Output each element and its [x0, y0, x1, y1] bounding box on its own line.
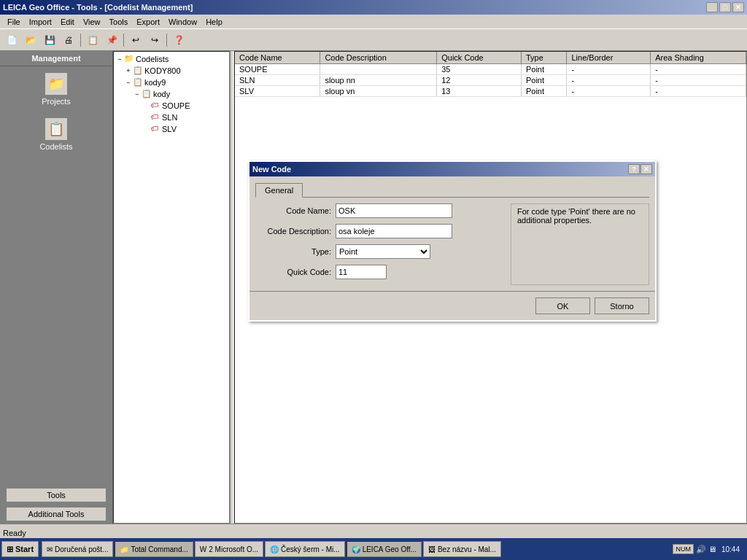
toolbar-print-button[interactable]: 🖨: [60, 32, 77, 48]
table-cell: 35: [437, 64, 522, 75]
taskbar-leica[interactable]: 🌍 LEICA Geo Off...: [347, 541, 422, 557]
sidebar-item-projects[interactable]: 📁 Projects: [0, 66, 112, 112]
toolbar-back-button[interactable]: ↩: [127, 32, 144, 48]
table-row[interactable]: SLVsloup vn13Point--: [235, 86, 746, 97]
info-panel: For code type 'Point' there are no addit…: [511, 203, 649, 285]
network-icon: 🖥: [708, 545, 716, 553]
taskbar-word-label: 2 Microsoft O...: [209, 545, 258, 553]
col-type[interactable]: Type: [521, 52, 567, 64]
sidebar-title: Management: [0, 51, 112, 66]
additional-tools-button[interactable]: Additional Tools: [6, 507, 107, 521]
spacer: [142, 101, 150, 110]
menu-help[interactable]: Help: [201, 16, 227, 28]
toolbar-save-button[interactable]: 💾: [41, 32, 58, 48]
tree-node-kody9[interactable]: − 📋 kody9: [124, 77, 228, 88]
toolbar-separator-1: [80, 34, 81, 47]
data-table: Code Name Code Description Quick Code Ty…: [235, 52, 746, 97]
tools-button[interactable]: Tools: [6, 488, 107, 502]
code-name-input[interactable]: [336, 203, 452, 218]
mail-icon: ✉: [47, 545, 53, 553]
menu-window[interactable]: Window: [164, 16, 201, 28]
title-bar-buttons[interactable]: _ □ ✕: [706, 2, 744, 12]
volume-icon: 🔊: [696, 545, 706, 554]
restore-button[interactable]: □: [719, 2, 731, 12]
dialog-content: Code Name: Code Description: Type: Point…: [255, 203, 649, 285]
dialog-help-button[interactable]: ?: [628, 164, 640, 174]
table-cell: sloup nn: [320, 75, 437, 86]
code-icon: 🏷: [150, 101, 160, 111]
taskbar-paint-label: Bez názvu - Mal...: [438, 545, 496, 553]
col-line-border[interactable]: Line/Border: [567, 52, 651, 64]
tree-panel[interactable]: − 📁 Codelists + 📋 KODY800 − 📋 kody9: [113, 51, 230, 524]
menu-export[interactable]: Export: [132, 16, 164, 28]
toolbar-forward-button[interactable]: ↪: [146, 32, 163, 48]
form-panel: Code Name: Code Description: Type: Point…: [255, 203, 505, 285]
taskbar-paint[interactable]: 🖼 Bez názvu - Mal...: [423, 541, 501, 557]
tree-label-kody9: kody9: [144, 78, 166, 87]
sidebar: Management 📁 Projects 📋 Codelists Tools …: [0, 51, 113, 524]
type-select[interactable]: Point Line Area: [336, 244, 430, 259]
tree-node-codelists[interactable]: − 📁 Codelists: [115, 53, 228, 65]
toolbar-new-button[interactable]: 📄: [3, 32, 20, 48]
table-cell: Point: [521, 75, 567, 86]
table-cell: SLN: [235, 75, 320, 86]
type-row: Type: Point Line Area: [255, 244, 505, 259]
taskbar-total-commander[interactable]: 📁 Total Command...: [115, 541, 193, 557]
tab-general[interactable]: General: [255, 183, 303, 198]
menu-import[interactable]: Import: [25, 16, 56, 28]
cancel-button[interactable]: Storno: [595, 298, 649, 314]
dialog-title-text: New Code: [252, 165, 291, 174]
windows-logo-icon: ⊞: [7, 545, 13, 554]
table-cell: 12: [437, 75, 522, 86]
tree-node-kody800[interactable]: + 📋 KODY800: [124, 65, 228, 77]
new-code-dialog: New Code ? ✕ General Code Name: Code Des…: [248, 160, 657, 322]
col-area-shading[interactable]: Area Shading: [651, 52, 746, 64]
table-row[interactable]: SOUPE35Point--: [235, 64, 746, 75]
sidebar-item-codelists[interactable]: 📋 Codelists: [0, 112, 112, 157]
toolbar-paste-button[interactable]: 📌: [103, 32, 120, 48]
table-cell: -: [567, 86, 651, 97]
toolbar-help-button[interactable]: ❓: [170, 32, 187, 48]
tree-label-soupe: SOUPE: [162, 101, 190, 110]
dialog-title-buttons[interactable]: ? ✕: [628, 164, 652, 174]
tree-node-soupe[interactable]: 🏷 SOUPE: [142, 100, 228, 112]
toolbar-open-button[interactable]: 📂: [22, 32, 39, 48]
code-desc-input[interactable]: [336, 224, 452, 238]
taskbar-word[interactable]: W 2 Microsoft O...: [195, 541, 263, 557]
info-text: For code type 'Point' there are no addit…: [517, 207, 635, 225]
taskbar-ie[interactable]: 🌐 Český šerm - Mi...: [265, 541, 345, 557]
ok-button[interactable]: OK: [535, 298, 590, 314]
col-code-desc[interactable]: Code Description: [320, 52, 437, 64]
tree-node-sln[interactable]: 🏷 SLN: [142, 112, 228, 123]
app-title: LEICA Geo Office - Tools - [Codelist Man…: [3, 3, 193, 12]
spacer: [142, 113, 150, 122]
code-name-row: Code Name:: [255, 203, 505, 218]
minimize-button[interactable]: _: [706, 2, 718, 12]
expand-icon: −: [115, 55, 124, 63]
folder-icon: 📁: [124, 54, 134, 64]
codelists-icon: 📋: [44, 117, 68, 141]
type-select-wrap: Point Line Area: [336, 244, 430, 259]
tree-node-kody[interactable]: − 📋 kody: [133, 88, 228, 100]
menu-file[interactable]: File: [3, 16, 25, 28]
quick-code-input[interactable]: [336, 265, 387, 279]
dialog-close-button[interactable]: ✕: [640, 164, 652, 174]
start-button[interactable]: ⊞ Start: [1, 541, 39, 557]
vertical-splitter[interactable]: [230, 51, 233, 524]
close-button[interactable]: ✕: [732, 2, 744, 12]
menu-tools[interactable]: Tools: [105, 16, 133, 28]
code-desc-label: Code Description:: [255, 227, 336, 236]
col-quick-code[interactable]: Quick Code: [437, 52, 522, 64]
word-icon: W: [200, 545, 206, 553]
projects-icon: 📁: [44, 72, 68, 96]
menu-view[interactable]: View: [79, 16, 105, 28]
spacer: [142, 125, 150, 133]
tree-node-slv[interactable]: 🏷 SLV: [142, 123, 228, 135]
table-row[interactable]: SLNsloup nn12Point--: [235, 75, 746, 86]
sidebar-codelists-label: Codelists: [39, 142, 72, 151]
toolbar-copy-button[interactable]: 📋: [84, 32, 101, 48]
menu-edit[interactable]: Edit: [56, 16, 79, 28]
taskbar-mail[interactable]: ✉ Doručená pošt...: [42, 541, 113, 557]
col-code-name[interactable]: Code Name: [235, 52, 320, 64]
ie-icon: 🌐: [270, 545, 279, 553]
